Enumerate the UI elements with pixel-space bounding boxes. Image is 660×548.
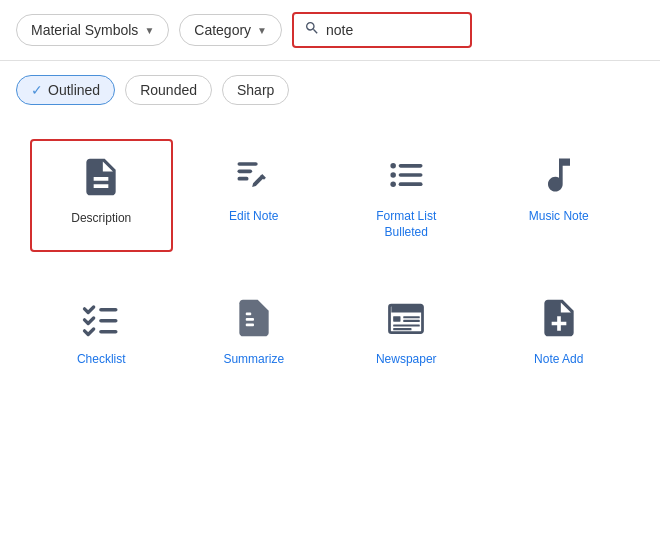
summarize-label: Summarize <box>223 352 284 368</box>
rounded-label: Rounded <box>140 82 197 98</box>
tab-outlined[interactable]: ✓ Outlined <box>16 75 115 105</box>
format-list-bulleted-icon <box>382 151 430 199</box>
outlined-check-icon: ✓ <box>31 82 43 98</box>
dropdown-label: Material Symbols <box>31 22 138 38</box>
category-dropdown[interactable]: Category ▼ <box>179 14 282 46</box>
search-box <box>292 12 472 48</box>
svg-point-3 <box>391 163 397 169</box>
svg-rect-12 <box>246 318 254 321</box>
icon-item-format-list-bulleted[interactable]: Format ListBulleted <box>335 139 478 252</box>
svg-point-5 <box>391 172 397 178</box>
toolbar: Material Symbols ▼ Category ▼ <box>0 0 660 61</box>
svg-rect-0 <box>237 162 257 166</box>
icon-item-description[interactable]: Description <box>30 139 173 252</box>
svg-rect-14 <box>246 313 252 316</box>
icon-item-newspaper[interactable]: Newspaper <box>335 282 478 380</box>
svg-rect-19 <box>404 320 421 322</box>
svg-rect-2 <box>237 177 248 181</box>
tab-sharp[interactable]: Sharp <box>222 75 289 105</box>
music-note-icon <box>535 151 583 199</box>
icon-item-music-note[interactable]: Music Note <box>488 139 631 252</box>
svg-rect-4 <box>399 164 423 168</box>
icon-grid: Description Edit Note <box>0 119 660 400</box>
svg-rect-17 <box>393 316 400 322</box>
style-tabs: ✓ Outlined Rounded Sharp <box>0 61 660 119</box>
edit-note-label: Edit Note <box>229 209 278 225</box>
sharp-label: Sharp <box>237 82 274 98</box>
svg-rect-16 <box>392 305 423 312</box>
svg-rect-9 <box>99 308 117 312</box>
checklist-label: Checklist <box>77 352 126 368</box>
icon-item-summarize[interactable]: Summarize <box>183 282 326 380</box>
svg-rect-18 <box>404 316 421 318</box>
edit-note-icon <box>230 151 278 199</box>
search-input[interactable] <box>326 22 446 38</box>
description-icon <box>77 153 125 201</box>
icon-item-edit-note[interactable]: Edit Note <box>183 139 326 252</box>
svg-rect-11 <box>99 330 117 334</box>
description-label: Description <box>71 211 131 227</box>
svg-rect-6 <box>399 173 423 177</box>
tab-rounded[interactable]: Rounded <box>125 75 212 105</box>
note-add-icon <box>535 294 583 342</box>
icon-item-note-add[interactable]: Note Add <box>488 282 631 380</box>
outlined-label: Outlined <box>48 82 100 98</box>
dropdown1-arrow-icon: ▼ <box>144 25 154 36</box>
category-label: Category <box>194 22 251 38</box>
newspaper-label: Newspaper <box>376 352 437 368</box>
format-list-bulleted-label: Format ListBulleted <box>376 209 436 240</box>
search-icon <box>304 20 320 40</box>
svg-rect-13 <box>246 324 254 327</box>
checklist-icon <box>77 294 125 342</box>
svg-point-7 <box>391 181 397 187</box>
newspaper-icon <box>382 294 430 342</box>
svg-rect-10 <box>99 319 117 323</box>
music-note-label: Music Note <box>529 209 589 225</box>
dropdown2-arrow-icon: ▼ <box>257 25 267 36</box>
material-symbols-dropdown[interactable]: Material Symbols ▼ <box>16 14 169 46</box>
icon-item-checklist[interactable]: Checklist <box>30 282 173 380</box>
svg-rect-20 <box>393 325 420 327</box>
svg-rect-1 <box>237 170 252 174</box>
summarize-icon <box>230 294 278 342</box>
svg-rect-8 <box>399 182 423 186</box>
svg-rect-21 <box>393 328 411 330</box>
note-add-label: Note Add <box>534 352 583 368</box>
